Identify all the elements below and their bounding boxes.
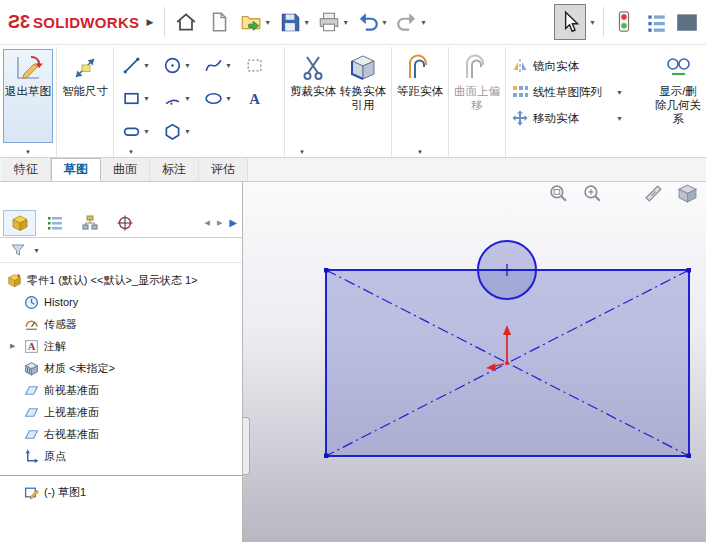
vertex-point[interactable]	[324, 454, 329, 459]
trim-entities-button[interactable]: 剪裁实体	[288, 49, 338, 143]
panel-tabs-scroll-left-icon[interactable]: ◀	[203, 217, 212, 229]
open-dropdown-icon[interactable]: ▼	[264, 19, 271, 26]
menu-flyout-icon[interactable]: ▶	[146, 17, 153, 27]
polygon-dropdown-icon[interactable]: ▼	[184, 128, 191, 135]
dimxpertmanager-tab[interactable]	[108, 210, 141, 236]
tree-root-part[interactable]: 零件1 (默认) <<默认>_显示状态 1>	[0, 269, 242, 291]
move-entities-dropdown-icon[interactable]: ▼	[616, 115, 623, 122]
graphics-viewport[interactable]	[243, 182, 706, 542]
exit-sketch-dropdown-icon[interactable]: ▼	[25, 149, 31, 155]
mirror-entities-button[interactable]: 镜向实体	[509, 55, 625, 77]
save-button[interactable]: ▼	[275, 4, 313, 40]
line-tool-button[interactable]: ▼	[117, 49, 158, 82]
print-button[interactable]: ▼	[314, 4, 352, 40]
save-dropdown-icon[interactable]: ▼	[303, 19, 310, 26]
vertex-point[interactable]	[687, 268, 692, 273]
trim-dropdown-icon[interactable]: ▼	[299, 149, 305, 155]
linear-pattern-dropdown-icon[interactable]: ▼	[616, 89, 623, 96]
tree-item-front-plane[interactable]: 前视基准面	[0, 379, 242, 401]
section-view-button[interactable]	[643, 183, 664, 207]
spline-tool-button[interactable]: ▼	[199, 49, 240, 82]
vertex-point[interactable]	[687, 454, 692, 459]
tab-evaluate[interactable]: 评估	[199, 158, 248, 181]
tree-item-origin[interactable]: 原点	[0, 445, 242, 467]
ellipse-dropdown-icon[interactable]: ▼	[225, 95, 232, 102]
undo-button[interactable]: ▼	[353, 4, 391, 40]
arc-tool-button[interactable]: ▼	[158, 82, 199, 115]
list-button[interactable]	[640, 4, 672, 40]
zoom-area-button[interactable]	[582, 183, 603, 207]
redo-dropdown-icon[interactable]: ▼	[420, 19, 427, 26]
rectangle-dropdown-icon[interactable]: ▼	[143, 95, 150, 102]
filter-button[interactable]	[5, 240, 31, 260]
vertex-point[interactable]	[324, 268, 329, 273]
tree-item-history[interactable]: History	[0, 291, 242, 313]
surface-offset-label: 曲面上偏移	[454, 85, 500, 113]
orientation-cube-icon	[677, 183, 698, 204]
linear-pattern-label: 线性草图阵列	[533, 85, 602, 100]
select-dropdown-icon[interactable]: ▼	[589, 19, 596, 26]
new-document-button[interactable]	[203, 4, 235, 40]
move-entities-button[interactable]: 移动实体 ▼	[509, 107, 625, 129]
tree-item-material[interactable]: 材质 <未指定>	[0, 357, 242, 379]
view-orientation-button[interactable]	[677, 183, 698, 207]
exit-sketch-button[interactable]: 退出草图	[3, 49, 53, 143]
exit-sketch-icon	[13, 53, 43, 83]
display-relations-button[interactable]: 显示/删除几何关系	[653, 49, 703, 143]
featuremanager-tab[interactable]	[3, 210, 36, 236]
propertymanager-tab[interactable]	[38, 210, 71, 236]
tab-surfaces[interactable]: 曲面	[101, 158, 150, 181]
line-dropdown-icon[interactable]: ▼	[143, 62, 150, 69]
tree-item-sketch1[interactable]: (-) 草图1	[0, 481, 242, 503]
zoom-fit-button[interactable]	[548, 183, 569, 207]
stoplight-button[interactable]	[608, 4, 640, 40]
slot-dropdown-icon[interactable]: ▼	[143, 128, 150, 135]
construction-geometry-button[interactable]	[240, 49, 281, 82]
configuration-icon	[81, 214, 99, 232]
convert-entities-button[interactable]: 转换实体引用	[338, 49, 388, 143]
tree-item-top-plane[interactable]: 上视基准面	[0, 401, 242, 423]
tree-item-sensors[interactable]: 传感器	[0, 313, 242, 335]
circle-dropdown-icon[interactable]: ▼	[184, 62, 191, 69]
origin-point[interactable]	[505, 361, 509, 365]
panel-collapse-handle[interactable]	[243, 417, 250, 475]
clipped-edge-button[interactable]	[672, 4, 702, 40]
offset-dropdown-icon[interactable]: ▼	[417, 149, 423, 155]
linear-pattern-button[interactable]: 线性草图阵列 ▼	[509, 81, 625, 103]
tab-features[interactable]: 特征	[2, 158, 51, 181]
smart-dimension-button[interactable]: 智能尺寸	[60, 49, 110, 143]
slot-tool-button[interactable]: ▼	[117, 115, 158, 148]
polygon-tool-button[interactable]: ▼	[158, 115, 199, 148]
tab-markup[interactable]: 标注	[150, 158, 199, 181]
zoom-area-icon	[582, 183, 603, 204]
tree-item-annotations[interactable]: ▶ A 注解	[0, 335, 242, 357]
expand-arrow-icon[interactable]: ▶	[10, 342, 19, 350]
panel-tabs-scroll-right-icon[interactable]: ▶	[215, 217, 224, 229]
clipped-icon	[675, 10, 699, 34]
print-dropdown-icon[interactable]: ▼	[342, 19, 349, 26]
spline-dropdown-icon[interactable]: ▼	[225, 62, 232, 69]
open-button[interactable]: ▼	[236, 4, 274, 40]
ellipse-tool-button[interactable]: ▼	[199, 82, 240, 115]
undo-dropdown-icon[interactable]: ▼	[381, 19, 388, 26]
redo-button[interactable]: ▼	[392, 4, 430, 40]
material-icon	[24, 361, 39, 376]
surface-offset-button[interactable]: 曲面上偏移	[452, 49, 502, 143]
offset-entities-button[interactable]: 等距实体	[395, 49, 445, 143]
sketch-entities-flyout-icon[interactable]: ▼	[128, 149, 134, 155]
text-tool-button[interactable]: A	[240, 82, 281, 115]
tree-item-right-plane[interactable]: 右视基准面	[0, 423, 242, 445]
tab-sketch[interactable]: 草图	[51, 158, 101, 181]
arc-dropdown-icon[interactable]: ▼	[184, 95, 191, 102]
panel-flyout-icon[interactable]: ▶	[229, 217, 237, 228]
tree-split-divider[interactable]	[0, 475, 242, 476]
select-tool-button[interactable]	[554, 4, 586, 40]
filter-dropdown-icon[interactable]: ▼	[33, 247, 40, 254]
tree-item-label: 上视基准面	[44, 405, 99, 420]
circle-tool-button[interactable]: ▼	[158, 49, 199, 82]
home-button[interactable]	[170, 4, 202, 40]
sketch-canvas[interactable]	[243, 182, 705, 542]
solidworks-logo[interactable]: 3S SOLIDWORKS ▶	[4, 12, 159, 33]
rectangle-tool-button[interactable]: ▼	[117, 82, 158, 115]
configurationmanager-tab[interactable]	[73, 210, 106, 236]
